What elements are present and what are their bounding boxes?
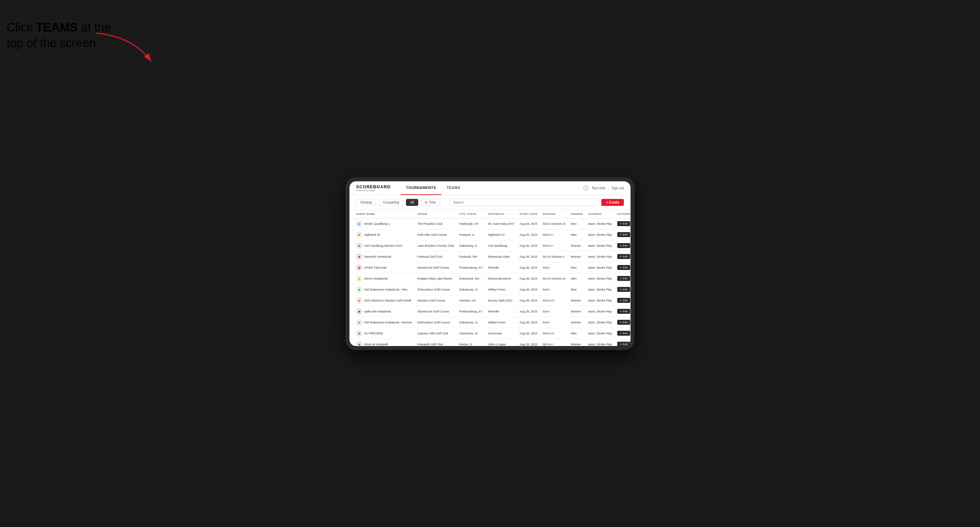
cell-scoring: team, Stroke Play <box>585 218 614 229</box>
cell-venue: Lake Bracken Country Club <box>415 240 457 251</box>
table-row: ◆ MSMC Qualifying 1 The Powelton Club Ne… <box>350 218 630 229</box>
cell-gender: Women <box>568 317 585 328</box>
table-row: ◆ Carl Sandburg Women FA23 Lake Bracken … <box>350 240 630 251</box>
cell-start-date: Aug 28, 2023 <box>517 339 540 346</box>
sign-out-link[interactable]: Sign out <box>612 186 624 190</box>
team-icon: ◆ <box>356 298 362 303</box>
edit-icon: ✏ <box>620 310 622 313</box>
edit-button[interactable]: ✏ Edit <box>617 331 630 336</box>
tab-all[interactable]: All <box>406 199 418 206</box>
event-name-text: Highland 36 <box>364 233 380 237</box>
event-name-text: UPIKE Fall Invite <box>364 266 387 269</box>
table-row: ◆ Morris Invitational Ruttger's Bay Lake… <box>350 273 630 284</box>
cell-hosted-by: Mt. Saint Mary (NY) <box>485 218 517 229</box>
cell-division: NICAA II <box>540 295 568 306</box>
edit-label: Edit <box>623 332 628 335</box>
event-name-text: 2023 Women's Hesston Fall Kickoff <box>364 299 411 302</box>
cell-city: Prestonsburg, KY <box>457 306 485 317</box>
edit-icon: ✏ <box>620 222 622 225</box>
cell-actions: ✏ Edit <box>614 284 630 295</box>
tab-hosting[interactable]: Hosting <box>356 199 376 206</box>
edit-button[interactable]: ✏ Edit <box>617 342 630 346</box>
cell-scoring: team, Stroke Play <box>585 295 614 306</box>
cell-event-name: ◆ Fall Statesmen Invitational - Men <box>350 284 415 295</box>
team-icon: ◆ <box>356 232 362 238</box>
team-icon: ◆ <box>356 341 362 346</box>
edit-label: Edit <box>623 233 628 236</box>
nav-separator: | <box>608 186 609 190</box>
edit-label: Edit <box>623 255 628 258</box>
cell-venue: StoneCrest Golf Course <box>415 306 457 317</box>
cell-gender: Women <box>568 251 585 262</box>
cell-event-name: ◆ Morris Invitational <box>350 273 415 284</box>
col-header-city: CITY, STATE <box>457 210 485 219</box>
cell-hosted-by: Minnesota State <box>485 251 517 262</box>
cell-start-date: Aug 28, 2023 <box>517 306 540 317</box>
cell-venue: Hesston Golf Course <box>415 295 457 306</box>
create-button[interactable]: + Create <box>601 199 624 206</box>
cell-hosted-by: Minnesota-Morris <box>485 273 517 284</box>
edit-button[interactable]: ✏ Edit <box>617 254 630 259</box>
user-name: Test User <box>591 186 605 190</box>
logo-area: SCOREBOARD Powered by clippit <box>356 184 391 192</box>
table-body: ◆ MSMC Qualifying 1 The Powelton Club Ne… <box>350 218 630 346</box>
nav-link-teams[interactable]: TEAMS <box>442 181 466 195</box>
edit-button[interactable]: ✏ Edit <box>617 276 630 281</box>
edit-icon: ✏ <box>620 321 622 324</box>
cell-start-date: Aug 24, 2023 <box>517 218 540 229</box>
col-header-scoring: SCORING <box>585 210 614 219</box>
filter-button[interactable]: ☰ Filter <box>421 199 440 206</box>
nav-links: TOURNAMENTS TEAMS <box>401 181 584 195</box>
cell-scoring: team, Stroke Play <box>585 273 614 284</box>
cell-division: NAIA <box>540 284 568 295</box>
cell-event-name: ◆ VU PREVIEW <box>350 328 415 339</box>
tablet-frame: SCOREBOARD Powered by clippit TOURNAMENT… <box>345 177 635 350</box>
nav-link-tournaments[interactable]: TOURNAMENTS <box>401 181 442 195</box>
nav-bar: SCOREBOARD Powered by clippit TOURNAMENT… <box>350 181 630 195</box>
cell-hosted-by: William Penn <box>485 317 517 328</box>
cell-start-date: Aug 28, 2023 <box>517 328 540 339</box>
edit-button[interactable]: ✏ Edit <box>617 309 630 314</box>
instruction-text: Click TEAMS at thetop of the screen. <box>6 20 111 51</box>
edit-button[interactable]: ✏ Edit <box>617 320 630 325</box>
event-name-text: Klash at Kokopelli <box>364 343 388 346</box>
cell-gender: Women <box>568 240 585 251</box>
cell-city: Oskaloosa, IA <box>457 284 485 295</box>
logo-title: SCOREBOARD <box>356 184 391 189</box>
edit-button[interactable]: ✏ Edit <box>617 265 630 270</box>
edit-label: Edit <box>623 288 628 291</box>
cell-city: Newburgh, NY <box>457 218 485 229</box>
cell-event-name: ◆ Fall Statesmen Invitational - Women <box>350 317 415 328</box>
event-name-text: Fall Statesmen Invitational - Men <box>364 288 407 291</box>
event-name-text: MSMC Qualifying 1 <box>364 222 390 225</box>
cell-city: Hesston, KS <box>457 295 485 306</box>
tab-competing[interactable]: Competing <box>379 199 403 206</box>
edit-button[interactable]: ✏ Edit <box>617 298 630 303</box>
cell-hosted-by: William Penn <box>485 284 517 295</box>
cell-start-date: Aug 28, 2023 <box>517 262 540 273</box>
instruction-bold: TEAMS <box>36 21 78 34</box>
table-row: ◆ VU PREVIEW Cypress Hills Golf Club Vin… <box>350 328 630 339</box>
edit-button[interactable]: ✏ Edit <box>617 287 630 292</box>
cell-city: Vincennes, IN <box>457 328 485 339</box>
cell-city: Oskaloosa, IA <box>457 317 485 328</box>
edit-button[interactable]: ✏ Edit <box>617 221 630 226</box>
edit-icon: ✏ <box>620 343 622 346</box>
edit-button[interactable]: ✏ Edit <box>617 243 630 248</box>
cell-scoring: team, Stroke Play <box>585 328 614 339</box>
edit-label: Edit <box>623 299 628 302</box>
cell-actions: ✏ Edit <box>614 306 630 317</box>
search-input[interactable] <box>449 198 599 206</box>
cell-start-date: Aug 28, 2023 <box>517 284 540 295</box>
cell-scoring: team, Stroke Play <box>585 262 614 273</box>
event-name-text: Maverick Invitational <box>364 255 391 258</box>
cell-event-name: ◆ UPIKE Fall Invite <box>350 262 415 273</box>
col-header-event: EVENT NAME <box>350 210 415 219</box>
col-header-date: START DATE <box>517 210 540 219</box>
settings-icon[interactable]: ⚙ <box>583 185 589 190</box>
cell-hosted-by: Pikeville <box>485 306 517 317</box>
cell-event-name: ◆ Highland 36 <box>350 229 415 240</box>
cell-city: Galesburg, IL <box>457 240 485 251</box>
table-row: ◆ Klash at Kokopelli Kokopelli Golf Club… <box>350 339 630 346</box>
edit-button[interactable]: ✏ Edit <box>617 232 630 237</box>
